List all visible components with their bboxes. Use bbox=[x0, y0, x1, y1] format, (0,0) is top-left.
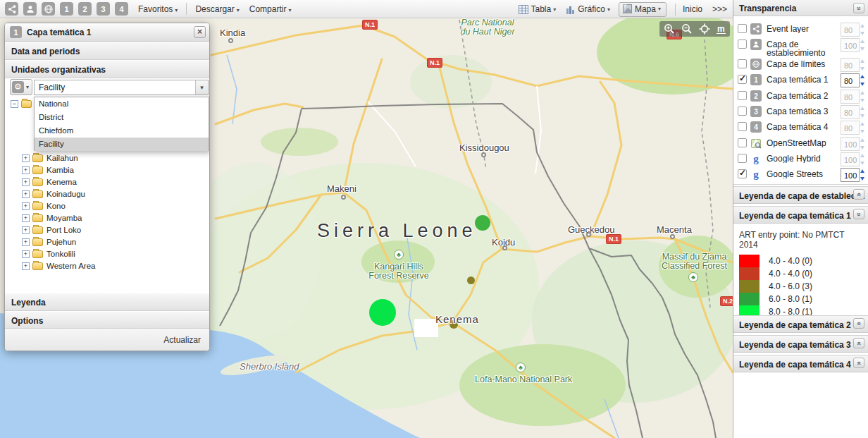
layer-checkbox[interactable]: ✓ bbox=[738, 91, 747, 100]
layer-checkbox[interactable]: ✓ bbox=[738, 107, 747, 116]
layer-checkbox[interactable]: ✓ bbox=[738, 39, 747, 49]
opacity-value[interactable]: 80 bbox=[841, 121, 860, 135]
chart-menu[interactable]: Gráfico▾ bbox=[566, 4, 610, 14]
opacity-value[interactable]: 100 bbox=[841, 38, 860, 52]
collapse-panel-icon[interactable]: « bbox=[853, 3, 864, 13]
opacity-value[interactable]: 100 bbox=[841, 152, 860, 166]
tree-item-label[interactable]: Tonkolili bbox=[46, 250, 75, 258]
spinner-arrows[interactable] bbox=[860, 153, 866, 166]
expand-node-icon[interactable]: + bbox=[22, 214, 30, 222]
tree-root-row[interactable]: − bbox=[11, 98, 35, 109]
org-unit-settings-button[interactable]: ⚙ ▾ bbox=[10, 79, 32, 95]
spinner-arrows[interactable] bbox=[860, 74, 866, 87]
tree-item-label[interactable]: Western Area bbox=[46, 262, 95, 270]
tree-item[interactable]: +Kambia bbox=[22, 164, 74, 176]
layer-checkbox[interactable]: ✓ bbox=[738, 59, 747, 68]
expand-node-icon[interactable]: + bbox=[22, 226, 30, 234]
layer-checkbox[interactable]: ✓ bbox=[738, 24, 747, 33]
tree-item[interactable]: +Koinadugu bbox=[22, 188, 85, 200]
tree-item[interactable]: +Western Area bbox=[22, 260, 95, 272]
spinner-arrows[interactable] bbox=[860, 90, 866, 103]
collapse-node-icon[interactable]: − bbox=[11, 100, 18, 108]
tree-item[interactable]: +Moyamba bbox=[22, 212, 82, 224]
tree-item[interactable]: +Kailahun bbox=[22, 152, 78, 164]
layer-checkbox[interactable]: ✓ bbox=[738, 138, 747, 147]
expand-node-icon[interactable]: + bbox=[22, 202, 30, 210]
expand-legend-icon[interactable]: « bbox=[853, 189, 864, 200]
transparency-header[interactable]: Transparencia bbox=[733, 0, 868, 16]
table-menu[interactable]: Tabla▾ bbox=[519, 4, 557, 14]
spinner-arrows[interactable] bbox=[860, 59, 866, 71]
expand-node-icon[interactable]: + bbox=[22, 178, 30, 186]
map-menu[interactable]: Mapa▾ bbox=[619, 2, 666, 17]
legend-facility-header[interactable]: Leyenda de capa de estableci... bbox=[733, 186, 868, 204]
home-button[interactable]: Inicio bbox=[683, 4, 702, 14]
expand-node-icon[interactable]: + bbox=[22, 154, 30, 162]
spinner-arrows[interactable] bbox=[860, 121, 866, 134]
thematic-layer-2-icon[interactable]: 2 bbox=[78, 2, 92, 16]
expand-node-icon[interactable]: + bbox=[22, 250, 30, 258]
layer-checkbox[interactable]: ✓ bbox=[738, 169, 747, 178]
expand-node-icon[interactable]: + bbox=[22, 190, 30, 198]
tree-item-label[interactable]: Koinadugu bbox=[46, 190, 85, 198]
dropdown-option[interactable]: District bbox=[35, 111, 209, 124]
opacity-value[interactable]: 80 bbox=[841, 23, 860, 37]
tree-item[interactable]: +Pujehun bbox=[22, 236, 76, 248]
legend-thematic1-header[interactable]: Leyenda de capa temática 1 bbox=[733, 206, 868, 224]
layer-checkbox[interactable]: ✓ bbox=[738, 122, 747, 131]
spinner-arrows[interactable] bbox=[860, 169, 866, 181]
expand-node-icon[interactable]: + bbox=[22, 166, 30, 174]
expand-legend-icon[interactable]: « bbox=[853, 338, 864, 348]
boundary-layer-icon[interactable] bbox=[42, 2, 55, 16]
collapse-legend-icon[interactable]: « bbox=[853, 209, 864, 219]
tree-item-label[interactable]: Pujehun bbox=[46, 238, 76, 246]
update-button[interactable]: Actualizar bbox=[163, 335, 201, 345]
download-menu[interactable]: Descargar▾ bbox=[195, 4, 239, 14]
facility-layer-icon[interactable] bbox=[23, 2, 37, 16]
layer-checkbox[interactable]: ✓ bbox=[738, 75, 747, 84]
spinner-arrows[interactable] bbox=[860, 39, 866, 51]
dropdown-option[interactable]: Facility bbox=[35, 138, 209, 151]
section-data-periods[interactable]: Data and periods bbox=[5, 42, 209, 60]
expand-node-icon[interactable]: + bbox=[22, 238, 30, 246]
tree-item[interactable]: +Tonkolili bbox=[22, 248, 75, 260]
section-org-units[interactable]: Unidades organizativas bbox=[5, 60, 209, 78]
opacity-value[interactable]: 80 bbox=[841, 73, 860, 87]
org-unit-level-combobox[interactable]: Facility ▾ bbox=[34, 80, 209, 95]
favorites-menu[interactable]: Favoritos▾ bbox=[138, 4, 178, 14]
spinner-arrows[interactable] bbox=[860, 106, 866, 118]
tree-item-label[interactable]: Kailahun bbox=[46, 154, 78, 162]
thematic-data-point[interactable] bbox=[467, 276, 475, 284]
expand-legend-icon[interactable]: « bbox=[853, 318, 864, 329]
opacity-value[interactable]: 80 bbox=[841, 105, 860, 119]
thematic-layer-1-icon[interactable]: 1 bbox=[60, 2, 73, 16]
tree-item-label[interactable]: Kenema bbox=[46, 178, 77, 186]
dropdown-option[interactable]: National bbox=[35, 97, 209, 111]
opacity-value[interactable]: 100 bbox=[841, 137, 860, 151]
locate-icon[interactable] bbox=[699, 23, 710, 35]
expand-node-icon[interactable]: + bbox=[22, 262, 30, 270]
tree-item[interactable]: +Port Loko bbox=[22, 224, 81, 236]
tree-item[interactable]: +Kono bbox=[22, 200, 66, 212]
expand-legend-icon[interactable]: « bbox=[853, 358, 864, 368]
thematic-data-point[interactable] bbox=[369, 299, 396, 326]
legend-thematic2-header[interactable]: Leyenda de capa temática 2 bbox=[733, 315, 868, 333]
section-options[interactable]: Options bbox=[5, 311, 209, 329]
spinner-arrows[interactable] bbox=[860, 23, 866, 36]
opacity-value[interactable]: 100 bbox=[841, 168, 860, 182]
chevron-down-icon[interactable]: ▾ bbox=[195, 80, 208, 95]
thematic-layer-4-icon[interactable]: 4 bbox=[115, 2, 128, 16]
thematic-data-point[interactable] bbox=[475, 215, 490, 231]
opacity-value[interactable]: 80 bbox=[841, 90, 860, 104]
measure-icon[interactable]: m bbox=[717, 25, 726, 34]
tree-item-label[interactable]: Port Loko bbox=[46, 226, 81, 234]
thematic-layer-3-icon[interactable]: 3 bbox=[97, 2, 110, 16]
panel-header[interactable]: 1 Capa temática 1 × bbox=[5, 23, 209, 42]
legend-thematic3-header[interactable]: Leyenda de capa temática 3 bbox=[733, 335, 868, 353]
tree-item-label[interactable]: Kambia bbox=[46, 166, 74, 174]
event-layer-icon[interactable] bbox=[5, 2, 18, 16]
dropdown-option[interactable]: Chiefdom bbox=[35, 124, 209, 138]
spinner-arrows[interactable] bbox=[860, 138, 866, 150]
share-menu[interactable]: Compartir▾ bbox=[249, 4, 292, 14]
opacity-value[interactable]: 80 bbox=[841, 58, 860, 72]
